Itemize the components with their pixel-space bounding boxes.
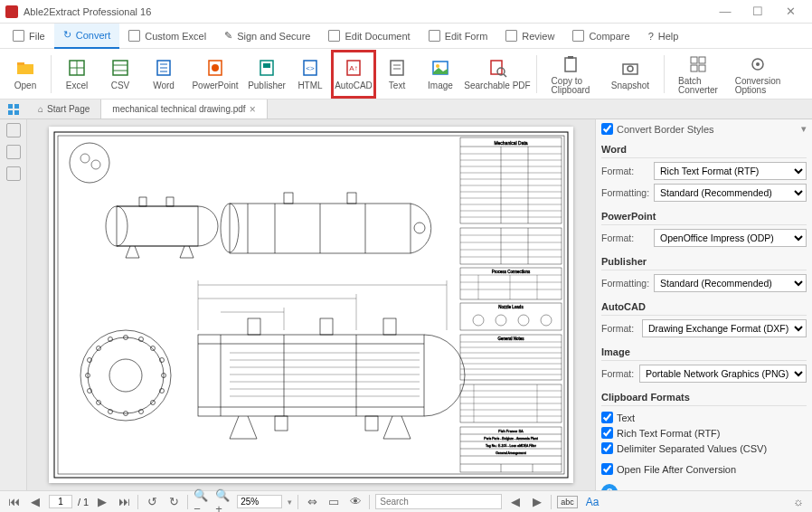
cb-csv-checkbox[interactable] bbox=[601, 442, 613, 454]
menu-edit-form[interactable]: Edit Form bbox=[420, 24, 497, 49]
ribbon-text[interactable]: Text bbox=[375, 51, 419, 98]
cb-text-checkbox[interactable] bbox=[601, 412, 613, 423]
rotate-ccw-button[interactable]: ↺ bbox=[144, 494, 160, 510]
menu-help[interactable]: ?Help bbox=[639, 24, 688, 49]
side-panel: Convert Border Styles▾ Word Format:Rich … bbox=[595, 119, 812, 490]
help-button[interactable]: ? bbox=[601, 484, 618, 490]
word-icon bbox=[154, 58, 174, 78]
minimize-button[interactable]: — bbox=[709, 0, 741, 24]
ribbon-powerpoint[interactable]: PowerPoint bbox=[185, 51, 245, 98]
html-icon: <> bbox=[300, 58, 320, 78]
section-autocad: AutoCAD bbox=[601, 296, 807, 316]
open-after-checkbox[interactable] bbox=[601, 463, 613, 475]
word-format-select[interactable]: Rich Text Format (RTF) bbox=[654, 162, 807, 180]
tab-close-icon[interactable]: × bbox=[250, 103, 256, 116]
convert-border-styles-row[interactable]: Convert Border Styles▾ bbox=[601, 119, 807, 138]
svg-rect-29 bbox=[568, 56, 573, 59]
home-icon: ⌂ bbox=[38, 104, 43, 114]
rotate-cw-button[interactable]: ↻ bbox=[165, 494, 182, 510]
svg-rect-20 bbox=[391, 61, 403, 75]
maximize-button[interactable]: ☐ bbox=[741, 0, 774, 24]
svg-point-13 bbox=[212, 64, 219, 71]
menu-file[interactable]: File bbox=[4, 24, 54, 49]
ribbon-word[interactable]: Word bbox=[142, 51, 185, 98]
svg-point-69 bbox=[88, 337, 164, 413]
ribbon-image[interactable]: Image bbox=[419, 51, 462, 98]
svg-text:Process Connections: Process Connections bbox=[492, 270, 531, 274]
search-prev-button[interactable]: ◀ bbox=[507, 494, 524, 510]
csv-icon bbox=[110, 58, 130, 78]
publisher-icon bbox=[257, 58, 277, 78]
zoom-field[interactable] bbox=[237, 495, 282, 508]
ribbon: Open Excel CSV Word PowerPoint Publisher… bbox=[0, 49, 812, 100]
first-page-button[interactable]: ⏮ bbox=[5, 494, 22, 510]
page-number-field[interactable] bbox=[49, 495, 72, 508]
content-area: Mechanical Data bbox=[0, 119, 812, 490]
excel-icon bbox=[67, 58, 87, 78]
ribbon-snapshot[interactable]: Snapshot bbox=[600, 51, 660, 98]
menu-compare[interactable]: Compare bbox=[563, 24, 638, 49]
ppt-format-select[interactable]: OpenOffice Impress (ODP) bbox=[654, 229, 807, 247]
bookmarks-button[interactable] bbox=[6, 145, 21, 159]
brightness-button[interactable]: ☼ bbox=[790, 494, 807, 510]
attachments-button[interactable] bbox=[6, 166, 21, 181]
prev-page-button[interactable]: ◀ bbox=[27, 494, 43, 510]
menu-sign-secure[interactable]: ✎Sign and Secure bbox=[215, 24, 319, 49]
page-total: / 1 bbox=[78, 497, 89, 507]
svg-text:A↑: A↑ bbox=[349, 64, 357, 72]
text-size-button[interactable]: Aa bbox=[583, 496, 602, 508]
ribbon-batch-converter[interactable]: Batch Converter bbox=[668, 51, 728, 98]
svg-line-51 bbox=[126, 246, 130, 258]
doc-icon bbox=[328, 30, 340, 42]
gear-icon bbox=[748, 54, 768, 74]
menu-convert[interactable]: ↻Convert bbox=[54, 24, 120, 49]
cb-rtf-checkbox[interactable] bbox=[601, 427, 613, 439]
fit-width-button[interactable]: ⇔ bbox=[304, 494, 320, 510]
ribbon-copy-clipboard[interactable]: Copy to Clipboard bbox=[541, 51, 600, 98]
ribbon-excel[interactable]: Excel bbox=[55, 51, 99, 98]
ribbon-searchable-pdf[interactable]: Searchable PDF bbox=[462, 51, 533, 98]
zoom-out-button[interactable]: 🔍− bbox=[194, 494, 210, 510]
document-viewer[interactable]: Mechanical Data bbox=[27, 119, 595, 490]
tab-start-page[interactable]: ⌂Start Page bbox=[27, 100, 101, 119]
img-format-select[interactable]: Portable Network Graphics (PNG) bbox=[639, 365, 807, 383]
match-case-button[interactable]: abc bbox=[557, 496, 578, 508]
pen-icon: ✎ bbox=[224, 30, 232, 42]
fit-page-button[interactable]: ▭ bbox=[326, 494, 342, 510]
form-icon bbox=[429, 30, 440, 42]
ribbon-html[interactable]: <>HTML bbox=[288, 51, 332, 98]
word-formatting-select[interactable]: Standard (Recommended) bbox=[654, 184, 807, 202]
menu-custom-excel[interactable]: Custom Excel bbox=[119, 24, 215, 49]
last-page-button[interactable]: ⏭ bbox=[116, 494, 132, 510]
svg-rect-5 bbox=[113, 61, 127, 75]
ribbon-open[interactable]: Open bbox=[4, 51, 47, 98]
svg-rect-57 bbox=[139, 197, 146, 206]
thumbnails-button[interactable] bbox=[6, 123, 21, 137]
next-page-button[interactable]: ▶ bbox=[94, 494, 110, 510]
ribbon-publisher[interactable]: Publisher bbox=[245, 51, 288, 98]
svg-rect-48 bbox=[117, 206, 198, 246]
chevron-down-icon: ▾ bbox=[801, 123, 807, 135]
svg-line-110 bbox=[401, 416, 411, 439]
ribbon-conversion-options[interactable]: Conversion Options bbox=[728, 51, 788, 98]
tabbar-grid-button[interactable] bbox=[0, 100, 27, 119]
svg-point-76 bbox=[151, 346, 156, 351]
svg-rect-118 bbox=[460, 137, 562, 223]
eye-button[interactable]: 👁 bbox=[347, 494, 364, 510]
ribbon-autocad[interactable]: A↑AutoCAD bbox=[332, 51, 375, 98]
menu-edit-document[interactable]: Edit Document bbox=[319, 24, 419, 49]
ribbon-csv[interactable]: CSV bbox=[99, 51, 142, 98]
zoom-in-button[interactable]: 🔍+ bbox=[215, 494, 231, 510]
svg-rect-28 bbox=[565, 58, 576, 71]
tab-document[interactable]: mechanical technical drawing.pdf× bbox=[101, 100, 267, 119]
pub-formatting-select[interactable]: Standard (Recommended) bbox=[654, 274, 807, 292]
search-next-button[interactable]: ▶ bbox=[529, 494, 545, 510]
search-field[interactable] bbox=[375, 494, 502, 509]
acad-format-select[interactable]: Drawing Exchange Format (DXF) bbox=[642, 319, 807, 337]
close-button[interactable]: ✕ bbox=[774, 0, 807, 24]
svg-rect-103 bbox=[275, 416, 288, 431]
zoom-dropdown-icon[interactable]: ▾ bbox=[288, 498, 292, 507]
searchable-pdf-icon bbox=[487, 58, 507, 78]
section-powerpoint: PowerPoint bbox=[601, 205, 807, 225]
menu-review[interactable]: Review bbox=[496, 24, 563, 49]
